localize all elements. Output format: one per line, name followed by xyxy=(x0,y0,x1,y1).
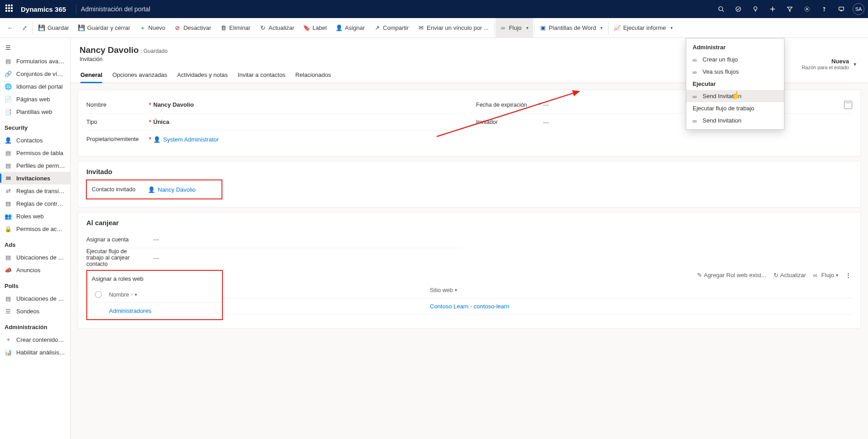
form-icon: ▤ xyxy=(5,57,12,65)
flow-button[interactable]: Flujo▾ xyxy=(495,18,533,38)
more-commands-button[interactable]: ⋮ xyxy=(845,272,852,279)
chevron-down-icon[interactable]: ▾ xyxy=(854,61,856,67)
flyout-run-header: Ejecutar xyxy=(686,78,784,90)
control-icon: ▤ xyxy=(5,200,12,207)
flow-icon xyxy=(693,93,699,99)
nav-ad-placements[interactable]: ▤Ubicaciones de a... xyxy=(0,251,70,264)
word-templates-button[interactable]: ▣Plantillas de Word▾ xyxy=(535,18,608,38)
word-icon: ▣ xyxy=(540,25,546,31)
assign-button[interactable]: 👤Asignar xyxy=(331,18,369,38)
roles-icon: 👥 xyxy=(5,212,12,220)
search-icon[interactable] xyxy=(712,0,730,18)
section-invitee: Invitado Contacto invitado 👤Nancy Davoli… xyxy=(78,161,861,208)
table-row[interactable]: Contoso Learn - contoso-learn xyxy=(223,298,852,315)
nav-contacts[interactable]: 👤Contactos xyxy=(0,134,70,146)
create-flow-item[interactable]: Crear un flujo xyxy=(686,53,784,66)
new-button[interactable]: ＋Nuevo xyxy=(135,18,170,38)
nav-web-roles[interactable]: 👥Roles web xyxy=(0,210,70,222)
role-link[interactable]: Administradores xyxy=(109,307,151,314)
field-type[interactable]: Tipo * Única xyxy=(86,113,462,131)
back-button[interactable]: ← xyxy=(3,18,18,38)
brand[interactable]: Dynamics 365 xyxy=(21,5,66,13)
nav-link-sets[interactable]: 🔗Conjuntos de vínc... xyxy=(0,67,70,80)
send-invitation-item-2[interactable]: Send Invitation xyxy=(686,114,784,127)
lightbulb-icon[interactable] xyxy=(747,0,764,18)
tab-activities[interactable]: Actividades y notas xyxy=(177,68,228,83)
tab-invite-contacts[interactable]: Invitar a contactos xyxy=(238,68,286,83)
field-invited-contact[interactable]: Contacto invitado 👤Nancy Davolio xyxy=(87,181,221,198)
deactivate-button[interactable]: ⊘Desactivar xyxy=(170,18,216,38)
nav-enable-analytics[interactable]: 📊Habilitar análisis ... xyxy=(0,346,70,359)
share-button[interactable]: ↗Compartir xyxy=(369,18,413,38)
assistant-icon[interactable] xyxy=(833,0,850,18)
placement-icon: ▤ xyxy=(5,254,12,261)
table-row[interactable]: Administradores xyxy=(87,303,222,319)
chevron-down-icon: ▾ xyxy=(526,25,528,30)
app-launcher-icon[interactable] xyxy=(5,5,14,14)
divider xyxy=(76,4,76,14)
tab-advanced[interactable]: Opciones avanzadas xyxy=(112,68,167,83)
field-assign-account[interactable]: Asignar a cuenta --- xyxy=(86,231,462,248)
add-existing-role-button[interactable]: ✎Agregar Rol web exist... xyxy=(697,272,766,279)
nav-perm-profiles[interactable]: ▤Perfiles de permis... xyxy=(0,159,70,172)
select-all-checkbox[interactable] xyxy=(95,291,102,298)
col-name[interactable]: Nombre ↑ ▾ xyxy=(109,292,222,298)
nav-transition-rules[interactable]: ⇄Reglas de transici... xyxy=(0,184,70,197)
field-run-workflow[interactable]: Ejecutar flujo de trabajo al canjear con… xyxy=(86,248,462,267)
nav-web-templates[interactable]: 📑Plantillas web xyxy=(0,105,70,118)
refresh-button[interactable]: ↻Actualizar xyxy=(255,18,299,38)
gear-icon[interactable] xyxy=(798,0,816,18)
tab-general[interactable]: General xyxy=(80,68,102,83)
nav-web-pages[interactable]: 📄Páginas web xyxy=(0,93,70,105)
field-name[interactable]: Nombre * Nancy Davolio xyxy=(86,96,462,113)
email-link-button[interactable]: ✉Enviar un vínculo por ... xyxy=(413,18,493,38)
app-area[interactable]: Administración del portal xyxy=(81,5,150,13)
person-icon: 👤 xyxy=(5,137,12,144)
save-button[interactable]: 💾Guardar xyxy=(34,18,74,38)
send-invitation-item[interactable]: Send Invitation xyxy=(686,90,784,102)
label-button[interactable]: 🔖Label xyxy=(299,18,331,38)
svg-point-0 xyxy=(719,7,723,11)
invitation-icon: ✉ xyxy=(5,175,12,182)
owner-link[interactable]: System Administrator xyxy=(163,136,219,143)
nav-access-perms[interactable]: 🔒Permisos de acces... xyxy=(0,222,70,235)
save-close-button[interactable]: 💾Guardar y cerrar xyxy=(74,18,135,38)
open-in-new-icon[interactable]: ⤤ xyxy=(18,18,32,38)
col-site[interactable]: Sitio web ▾ xyxy=(430,287,852,293)
field-owner[interactable]: Propietario/remitente * 👤System Administ… xyxy=(86,131,462,148)
run-report-button[interactable]: 📈Ejecutar informe▾ xyxy=(609,18,677,38)
status-reason-field[interactable]: Nueva Razón para el estado xyxy=(802,58,849,70)
nav-portal-langs[interactable]: 🌐Idiomas del portal xyxy=(0,80,70,93)
chevron-down-icon: ▾ xyxy=(135,292,137,297)
add-icon[interactable] xyxy=(764,0,781,18)
hamburger-icon[interactable]: ☰ xyxy=(0,41,70,55)
nav-create-content[interactable]: ＋Crear contenido d... xyxy=(0,333,70,346)
subgrid-refresh-button[interactable]: ↻Actualizar xyxy=(774,272,806,279)
see-flows-item[interactable]: Vea sus flujos xyxy=(686,66,784,78)
nav-adv-forms[interactable]: ▤Formularios avanz... xyxy=(0,55,70,67)
filter-icon[interactable] xyxy=(781,0,798,18)
nav-table-perms[interactable]: ▤Permisos de tabla xyxy=(0,146,70,159)
nav-heading-polls: Polls xyxy=(0,276,70,292)
nav-ads[interactable]: 📣Anuncios xyxy=(0,264,70,276)
report-icon: 📈 xyxy=(614,25,620,31)
field-expiry[interactable]: Fecha de expiración * --- xyxy=(476,96,852,113)
invited-contact-link[interactable]: Nancy Davolio xyxy=(158,186,196,193)
profile-icon: ▤ xyxy=(5,162,12,169)
nav-poll-placements[interactable]: ▤Ubicaciones de so... xyxy=(0,292,70,305)
nav-polls[interactable]: ☰Sondeos xyxy=(0,305,70,317)
field-inviter[interactable]: Invitador --- xyxy=(476,113,852,131)
site-link[interactable]: Contoso Learn - contoso-learn xyxy=(430,303,509,310)
run-workflow-item[interactable]: Ejecutar flujo de trabajo xyxy=(686,102,784,114)
nav-control-rules[interactable]: ▤Reglas de control ... xyxy=(0,197,70,210)
avatar[interactable]: SA xyxy=(853,3,864,15)
help-icon[interactable] xyxy=(816,0,833,18)
tab-related[interactable]: Relacionados xyxy=(295,68,331,83)
task-icon[interactable] xyxy=(730,0,747,18)
save-close-icon: 💾 xyxy=(78,25,85,31)
calendar-icon[interactable] xyxy=(844,101,852,109)
nav-invitations[interactable]: ✉Invitaciones xyxy=(0,172,70,184)
subgrid-flow-button[interactable]: Flujo ▾ xyxy=(813,272,838,279)
svg-point-9 xyxy=(824,10,824,11)
delete-button[interactable]: 🗑Eliminar xyxy=(216,18,255,38)
